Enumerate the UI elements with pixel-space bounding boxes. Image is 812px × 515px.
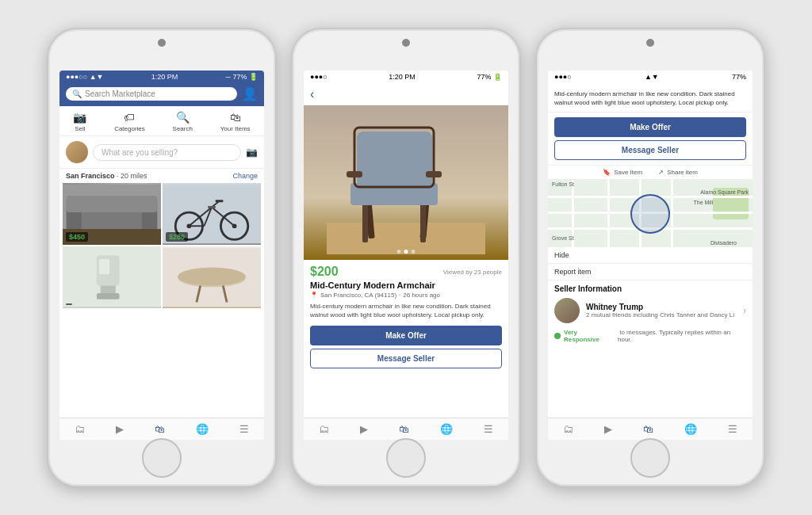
phone-2-status-bar: ●●●○ 1:20 PM 77% 🔋 xyxy=(304,71,508,83)
nav-categories[interactable]: 🏷 Categories xyxy=(114,111,145,132)
map-grid: Fulton St The Mill Alamo Square Park Gro… xyxy=(548,180,753,247)
phone-1-screen: ●●●○○ ▲▼ 1:20 PM ─ 77% 🔋 🔍 Search Market… xyxy=(59,71,264,440)
change-button[interactable]: Change xyxy=(232,172,258,180)
phone-1-header: 🔍 Search Marketplace 👤 xyxy=(59,83,264,106)
action-buttons-row: 🔖 Save Item ↗ Share item xyxy=(548,165,753,180)
nav-sell[interactable]: 📷 Sell xyxy=(73,111,86,132)
save-item-button[interactable]: 🔖 Save Item xyxy=(603,169,642,176)
video-icon[interactable]: ▶ xyxy=(360,423,368,435)
search-box[interactable]: 🔍 Search Marketplace xyxy=(66,87,237,101)
phone-2-screen: ●●●○ 1:20 PM 77% 🔋 ‹ xyxy=(304,71,508,440)
search-nav-icon: 🔍 xyxy=(176,111,190,124)
home-icon[interactable]: 🗂 xyxy=(563,423,573,435)
map-label-fulton: Fulton St xyxy=(552,181,574,187)
marketplace-icon[interactable]: 🛍 xyxy=(399,423,409,435)
phone-1-nav: 📷 Sell 🏷 Categories 🔍 Search 🛍 Your Item… xyxy=(59,106,264,136)
your-items-icon: 🛍 xyxy=(230,111,241,124)
back-button[interactable]: ‹ xyxy=(310,87,314,101)
home-icon[interactable]: 🗂 xyxy=(75,423,85,435)
person-icon[interactable]: 👤 xyxy=(242,86,258,101)
product-image xyxy=(304,105,508,260)
price-row: $200 Viewed by 23 people xyxy=(304,260,508,280)
marketplace-icon[interactable]: 🛍 xyxy=(155,423,165,435)
svg-rect-4 xyxy=(67,196,157,212)
nav-search[interactable]: 🔍 Search xyxy=(173,111,193,132)
nav-sell-label: Sell xyxy=(75,125,85,132)
phone-1-home-button[interactable] xyxy=(142,438,182,478)
listing-blender[interactable] xyxy=(63,246,161,308)
sell-input[interactable]: What are you selling? xyxy=(93,144,241,161)
distance: · 20 miles xyxy=(117,172,147,180)
menu-icon[interactable]: ☰ xyxy=(239,423,249,435)
wifi-icon: ▲▼ xyxy=(645,73,659,81)
phone-1-status-bar: ●●●○○ ▲▼ 1:20 PM ─ 77% 🔋 xyxy=(59,71,264,83)
nav-search-label: Search xyxy=(173,125,193,132)
green-dot-icon xyxy=(554,333,561,339)
listing-table[interactable] xyxy=(163,246,261,308)
bookmark-icon: 🔖 xyxy=(603,169,611,176)
video-icon[interactable]: ▶ xyxy=(604,423,612,435)
dot-2 xyxy=(404,250,408,254)
globe-icon[interactable]: 🌐 xyxy=(440,423,453,435)
make-offer-button-3[interactable]: Make Offer xyxy=(554,117,746,137)
video-icon[interactable]: ▶ xyxy=(116,423,124,435)
product-price: $200 xyxy=(310,265,339,279)
phone-1: ●●●○○ ▲▼ 1:20 PM ─ 77% 🔋 🔍 Search Market… xyxy=(47,28,277,487)
bike-price: $280 xyxy=(166,232,188,242)
location-circle xyxy=(630,194,670,234)
responsive-row: Very Responsive to messages. Typically r… xyxy=(554,326,746,345)
road-v-2 xyxy=(607,180,610,247)
map-label-divis: Grove St xyxy=(552,235,574,241)
phone-2: ●●●○ 1:20 PM 77% 🔋 ‹ xyxy=(291,28,521,487)
sell-box-row: What are you selling? 📷 xyxy=(59,136,264,169)
svg-rect-36 xyxy=(347,171,362,177)
home-icon[interactable]: 🗂 xyxy=(319,423,329,435)
battery: 77% 🔋 xyxy=(477,73,502,81)
battery: ─ 77% 🔋 xyxy=(226,73,258,81)
pin-icon: 📍 xyxy=(310,292,318,299)
product-title: Mid-Century Modern Armchair xyxy=(304,280,508,292)
phone-3-home-button[interactable] xyxy=(630,438,670,478)
phone-1-bottom-nav: 🗂 ▶ 🛍 🌐 ☰ xyxy=(59,418,264,440)
location-row: San Francisco · 20 miles Change xyxy=(59,169,264,183)
image-dots xyxy=(397,250,416,254)
search-icon: 🔍 xyxy=(72,90,82,98)
menu-icon[interactable]: ☰ xyxy=(484,423,493,435)
time: 1:20 PM xyxy=(151,73,178,81)
seller-info-row[interactable]: Whitney Trump 2 mutual friends including… xyxy=(554,298,746,323)
nav-your-items[interactable]: 🛍 Your Items xyxy=(220,111,251,132)
categories-icon: 🏷 xyxy=(124,111,135,124)
menu-icon[interactable]: ☰ xyxy=(728,423,737,435)
signal: ●●●○ xyxy=(554,73,572,81)
listing-bike[interactable]: $280 xyxy=(163,183,261,245)
save-item-label: Save Item xyxy=(614,169,642,176)
sell-camera-icon: 📷 xyxy=(246,147,258,158)
blender-price xyxy=(66,303,72,305)
search-placeholder: Search Marketplace xyxy=(85,90,155,98)
listing-sofa[interactable]: $450 xyxy=(63,183,161,245)
sofa-price: $450 xyxy=(66,232,88,242)
battery: 77% xyxy=(732,73,746,81)
nav-your-items-label: Your Items xyxy=(220,125,251,132)
phone-3: ●●●○ ▲▼ 77% Mid-century modern armchair … xyxy=(535,28,765,487)
user-avatar xyxy=(66,141,88,163)
product-description: Mid-century modern armchair in like new … xyxy=(304,302,508,326)
message-seller-button[interactable]: Message Seller xyxy=(310,349,502,368)
globe-icon[interactable]: 🌐 xyxy=(684,423,697,435)
camera-icon: 📷 xyxy=(73,111,86,124)
share-item-button[interactable]: ↗ Share item xyxy=(658,169,698,176)
globe-icon[interactable]: 🌐 xyxy=(196,423,209,435)
message-seller-button-3[interactable]: Message Seller xyxy=(554,140,746,160)
chevron-right-icon: › xyxy=(743,305,746,316)
marketplace-icon[interactable]: 🛍 xyxy=(643,423,653,435)
seller-mutual-friends: 2 mutual friends including Chris Tanner … xyxy=(586,311,734,319)
share-item-label: Share item xyxy=(667,169,698,176)
report-row[interactable]: Report item xyxy=(548,264,753,280)
hide-row[interactable]: Hide xyxy=(548,247,753,264)
map-label-hayes: Divisadero xyxy=(710,240,737,246)
phone-2-header: ‹ xyxy=(304,83,508,105)
make-offer-button[interactable]: Make Offer xyxy=(310,326,502,345)
signal-dots: ●●●○○ ▲▼ xyxy=(66,73,104,81)
phone-3-status-bar: ●●●○ ▲▼ 77% xyxy=(548,71,753,83)
phone-2-home-button[interactable] xyxy=(386,438,426,478)
